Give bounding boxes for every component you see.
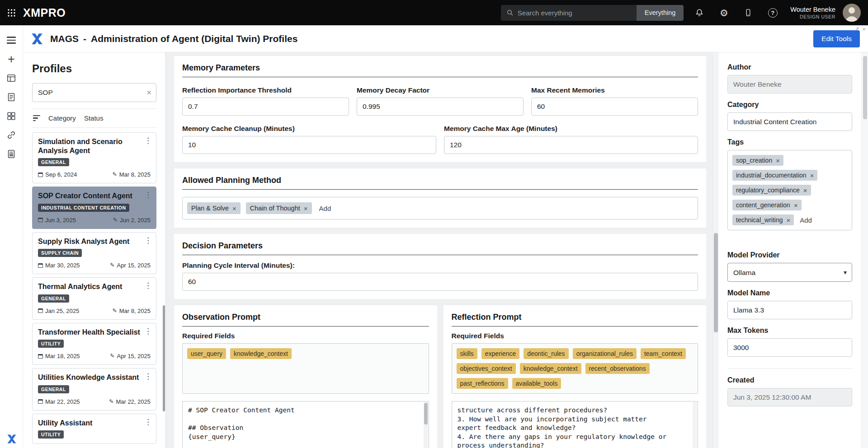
method-chip[interactable]: Chain of Thought× bbox=[246, 202, 312, 214]
main-scrollbar[interactable] bbox=[712, 52, 718, 448]
mags-x-logo bbox=[30, 32, 44, 46]
remove-tag-icon[interactable]: × bbox=[810, 172, 814, 179]
details-panel: Author Category Tags sop_creation× indus… bbox=[718, 52, 861, 448]
required-field-tag[interactable]: knowledge_context bbox=[520, 363, 581, 374]
reflection-importance-threshold-input[interactable] bbox=[182, 98, 349, 116]
profiles-panel: Profiles × Category Status Simulation an… bbox=[23, 52, 166, 448]
model-provider-select[interactable]: Ollama bbox=[727, 263, 852, 282]
data-table-icon[interactable] bbox=[0, 69, 23, 88]
close-icon[interactable]: × bbox=[862, 26, 866, 33]
search-input[interactable] bbox=[518, 9, 631, 17]
modules-blocks-icon[interactable] bbox=[0, 107, 23, 126]
main-scrollbar-thumb[interactable] bbox=[714, 233, 718, 332]
remove-method-icon[interactable]: × bbox=[304, 205, 308, 212]
calendar-icon bbox=[38, 308, 43, 313]
tag-chip[interactable]: regulatory_compliance× bbox=[732, 185, 811, 196]
kebab-menu-icon[interactable]: ⋮ bbox=[144, 237, 152, 244]
kebab-menu-icon[interactable]: ⋮ bbox=[144, 327, 152, 335]
list-item[interactable]: Utility Assistant ⋮ UTILITY bbox=[32, 414, 156, 444]
observation-prompt-textarea[interactable]: # SOP Creator Content Agent ## Observati… bbox=[182, 401, 429, 448]
method-chip[interactable]: Plan & Solve× bbox=[187, 202, 241, 214]
kebab-menu-icon[interactable]: ⋮ bbox=[144, 418, 152, 426]
memory-cache-max-age-input[interactable] bbox=[444, 136, 698, 154]
add-tag-button[interactable]: Add bbox=[800, 216, 812, 224]
kebab-menu-icon[interactable]: ⋮ bbox=[144, 373, 152, 380]
filter-category[interactable]: Category bbox=[48, 114, 76, 122]
list-item[interactable]: Utilities Knowledge Assistant ⋮ GENERAL … bbox=[32, 368, 156, 411]
modified-date: Mar 22, 2025 bbox=[116, 398, 151, 405]
page-scrollbar-thumb[interactable] bbox=[863, 56, 867, 119]
filter-status[interactable]: Status bbox=[84, 114, 104, 122]
memory-cache-cleanup-input[interactable] bbox=[182, 136, 436, 154]
required-field-tag[interactable]: objectives_context bbox=[457, 363, 516, 374]
avatar[interactable] bbox=[843, 4, 861, 22]
tag-chip[interactable]: content_generation× bbox=[732, 200, 802, 210]
profiles-search-input[interactable] bbox=[32, 83, 156, 102]
created-date: Mar 18, 2025 bbox=[45, 353, 80, 359]
field-label: Memory Cache Max Age (Minutes) bbox=[444, 125, 698, 133]
required-fields-label: Required Fields bbox=[182, 332, 429, 340]
required-field-tag[interactable]: experience bbox=[481, 348, 520, 359]
profiles-scrollbar[interactable] bbox=[163, 305, 165, 411]
remove-tag-icon[interactable]: × bbox=[803, 187, 807, 194]
filter-icon[interactable] bbox=[33, 115, 40, 121]
search-scope-button[interactable]: Everything bbox=[637, 5, 684, 21]
page-scrollbar[interactable] bbox=[861, 52, 868, 448]
add-new-button[interactable]: + bbox=[0, 50, 23, 69]
apps-grid-icon[interactable] bbox=[7, 9, 16, 17]
planning-method-section: Allowed Planning Method Plan & Solve× Ch… bbox=[174, 168, 706, 228]
calculator-icon[interactable] bbox=[0, 145, 23, 163]
kebab-menu-icon[interactable]: ⋮ bbox=[144, 137, 152, 145]
reflection-prompt-textarea[interactable]: structure across different procedures? 3… bbox=[452, 401, 698, 448]
memory-decay-factor-input[interactable] bbox=[357, 98, 524, 116]
remove-tag-icon[interactable]: × bbox=[794, 202, 798, 209]
tag-chip[interactable]: technical_writing× bbox=[732, 215, 794, 225]
kebab-menu-icon[interactable]: ⋮ bbox=[144, 282, 152, 289]
textarea-scrollbar[interactable] bbox=[693, 402, 697, 448]
clear-search-icon[interactable]: × bbox=[146, 88, 151, 98]
form-document-icon[interactable] bbox=[0, 88, 23, 107]
menu-hamburger-icon[interactable] bbox=[0, 31, 23, 50]
max-recent-memories-input[interactable] bbox=[531, 98, 698, 116]
model-name-field[interactable] bbox=[727, 301, 852, 319]
required-field-tag[interactable]: skills bbox=[457, 348, 477, 359]
remove-tag-icon[interactable]: × bbox=[787, 217, 791, 224]
required-field-tag[interactable]: past_reflections bbox=[457, 378, 508, 389]
max-tokens-field[interactable] bbox=[727, 338, 852, 357]
required-field-tag[interactable]: recent_observations bbox=[585, 363, 650, 374]
remove-tag-icon[interactable]: × bbox=[776, 157, 780, 164]
list-item-selected[interactable]: SOP Creator Content Agent ⋮ INDUSTRIAL C… bbox=[32, 187, 156, 229]
required-field-tag[interactable]: team_context bbox=[641, 348, 686, 359]
list-item[interactable]: Thermal Analytics Agent ⋮ GENERAL Jan 25… bbox=[32, 277, 156, 320]
textarea-scrollbar[interactable] bbox=[424, 402, 428, 448]
tag-chip[interactable]: sop_creation× bbox=[732, 155, 783, 166]
add-method-button[interactable]: Add bbox=[319, 205, 331, 212]
xmpro-x-logo[interactable] bbox=[0, 434, 23, 444]
required-field-tag[interactable]: available_tools bbox=[512, 378, 561, 389]
list-item[interactable]: Simulation and Scenario Analysis Agent ⋮… bbox=[32, 132, 156, 183]
required-field-tag[interactable]: deontic_rules bbox=[524, 348, 568, 359]
notifications-bell-icon[interactable] bbox=[691, 8, 708, 17]
category-field[interactable] bbox=[727, 112, 852, 131]
required-field-tag[interactable]: user_query bbox=[187, 348, 226, 359]
mobile-device-icon[interactable] bbox=[740, 8, 757, 17]
required-fields-label: Required Fields bbox=[452, 332, 698, 340]
required-field-tag[interactable]: organizational_rules bbox=[573, 348, 637, 359]
planning-cycle-interval-input[interactable] bbox=[182, 273, 698, 291]
tag-label: industrial_documentation bbox=[736, 172, 807, 179]
required-field-tag[interactable]: knowledge_context bbox=[230, 348, 292, 359]
help-icon[interactable]: ? bbox=[764, 8, 781, 18]
remove-method-icon[interactable]: × bbox=[232, 205, 236, 212]
user-info[interactable]: Wouter Beneke DESIGN USER bbox=[790, 5, 835, 19]
list-item[interactable]: Supply Risk Analyst Agent ⋮ SUPPLY CHAIN… bbox=[32, 232, 156, 275]
tag-label: regulatory_compliance bbox=[736, 187, 800, 194]
settings-gear-icon[interactable]: ⚙ bbox=[715, 8, 732, 18]
planning-methods-box: Plan & Solve× Chain of Thought× Add bbox=[182, 197, 698, 219]
expand-icon[interactable]: ↗ bbox=[854, 26, 859, 33]
edit-tools-button[interactable]: Edit Tools bbox=[813, 30, 860, 47]
list-item[interactable]: Transformer Health Specialist ⋮ UTILITY … bbox=[32, 323, 156, 365]
kebab-menu-icon[interactable]: ⋮ bbox=[144, 191, 152, 199]
profile-name: Simulation and Scenario Analysis Agent bbox=[38, 137, 151, 155]
link-icon[interactable] bbox=[0, 126, 23, 145]
tag-chip[interactable]: industrial_documentation× bbox=[732, 170, 817, 181]
